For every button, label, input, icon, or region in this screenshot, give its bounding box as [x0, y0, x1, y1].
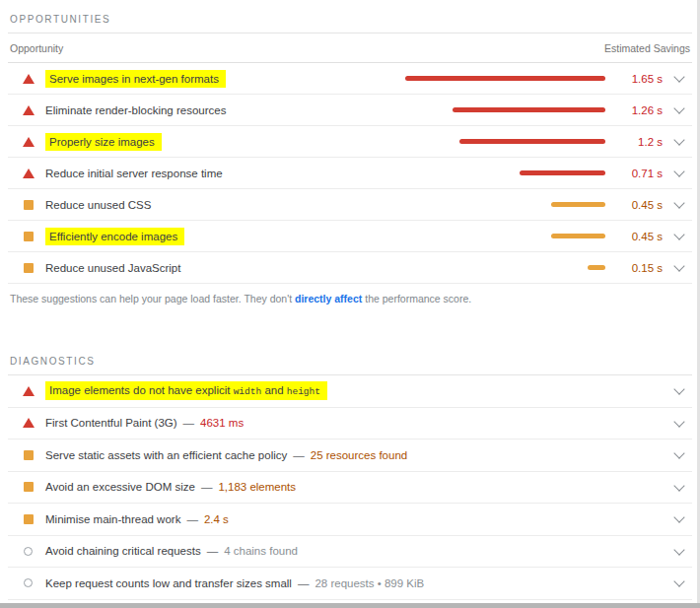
- opportunities-rows: Serve images in next-gen formats1.65 sEl…: [8, 63, 692, 284]
- warning-square-icon: [24, 232, 34, 241]
- severity-icon-cell: [22, 232, 35, 241]
- savings-value: 1.2 s: [615, 136, 663, 148]
- code-text: width: [234, 386, 262, 397]
- severity-icon-cell: [22, 418, 35, 428]
- savings-bar: [588, 265, 605, 270]
- title-text: and: [261, 384, 287, 396]
- em-dash-separator: —: [293, 449, 305, 461]
- savings-value: 0.45 s: [615, 231, 663, 242]
- chevron-down-icon[interactable]: [673, 544, 684, 555]
- diagnostic-value: 4 chains found: [224, 545, 298, 557]
- severity-icon-cell: [22, 169, 35, 178]
- diagnostic-value: 28 requests • 899 KiB: [315, 577, 424, 589]
- warning-square-icon: [24, 263, 34, 273]
- severity-icon-cell: [22, 386, 35, 396]
- warning-triangle-icon: [23, 386, 35, 396]
- em-dash-separator: —: [207, 545, 219, 557]
- severity-icon-cell: [22, 578, 35, 587]
- warning-triangle-icon: [23, 169, 35, 178]
- diagnostic-title: Image elements do not have explicit widt…: [45, 381, 327, 400]
- directly-affect-link[interactable]: directly affect: [295, 293, 362, 304]
- chevron-down-icon[interactable]: [673, 260, 684, 271]
- diagnostic-title: First Contentful Paint (3G): [45, 417, 177, 429]
- em-dash-separator: —: [298, 577, 310, 589]
- title-text: Avoid an excessive DOM size: [45, 481, 195, 493]
- savings-bar: [551, 234, 605, 238]
- chevron-down-icon[interactable]: [673, 71, 684, 82]
- diagnostic-value: 4631 ms: [200, 417, 244, 429]
- chevron-down-icon[interactable]: [673, 134, 684, 145]
- opportunity-label: Eliminate render-blocking resources: [45, 104, 226, 116]
- diagnostic-row[interactable]: First Contentful Paint (3G)—4631 ms: [8, 408, 692, 440]
- savings-bar: [459, 139, 605, 144]
- opportunity-label: Reduce unused CSS: [45, 199, 151, 211]
- warning-square-icon: [24, 200, 34, 210]
- diagnostic-row[interactable]: Avoid chaining critical requests—4 chain…: [8, 536, 692, 569]
- info-circle-icon: [24, 547, 33, 556]
- diagnostic-title: Minimise main-thread work: [45, 513, 180, 525]
- warning-triangle-icon: [23, 137, 35, 147]
- chevron-down-icon[interactable]: [673, 384, 684, 395]
- severity-icon-cell: [22, 482, 35, 492]
- opportunity-row[interactable]: Properly size images1.2 s: [8, 126, 692, 158]
- warning-triangle-icon: [23, 418, 35, 428]
- diagnostic-title: Avoid chaining critical requests: [45, 545, 201, 557]
- savings-value: 0.15 s: [615, 262, 663, 274]
- chevron-down-icon[interactable]: [673, 102, 684, 113]
- opportunity-row[interactable]: Reduce initial server response time0.71 …: [8, 158, 692, 189]
- savings-bar: [453, 107, 605, 112]
- opportunity-row[interactable]: Eliminate render-blocking resources1.26 …: [8, 95, 692, 126]
- window-bottom-edge: [0, 603, 700, 608]
- chevron-down-icon[interactable]: [673, 512, 684, 523]
- severity-icon-cell: [22, 450, 35, 460]
- diagnostics-section: DIAGNOSTICS Image elements do not have e…: [0, 342, 700, 608]
- opportunities-table-header: Opportunity Estimated Savings: [8, 34, 692, 63]
- opportunity-row[interactable]: Serve images in next-gen formats1.65 s: [8, 63, 692, 95]
- savings-value: 0.71 s: [615, 168, 663, 179]
- diagnostics-rows: Image elements do not have explicit widt…: [8, 375, 692, 608]
- diagnostic-row[interactable]: Serve static assets with an efficient ca…: [8, 439, 692, 472]
- opportunity-label: Reduce unused JavaScript: [45, 262, 180, 274]
- section-gap: [0, 304, 700, 342]
- opportunity-row[interactable]: Reduce unused JavaScript0.15 s: [8, 252, 692, 284]
- chevron-down-icon[interactable]: [673, 166, 684, 176]
- chevron-down-icon[interactable]: [673, 197, 684, 208]
- diagnostic-row[interactable]: Minimise main-thread work—2.4 s: [8, 504, 692, 536]
- savings-bar: [405, 76, 605, 81]
- chevron-down-icon[interactable]: [673, 448, 684, 459]
- em-dash-separator: —: [186, 513, 198, 525]
- title-text: Keep request counts low and transfer siz…: [45, 577, 292, 589]
- opportunities-footnote: These suggestions can help your page loa…: [8, 284, 692, 304]
- title-text: Image elements do not have explicit: [49, 384, 234, 396]
- chevron-down-icon[interactable]: [673, 416, 684, 427]
- diagnostic-row[interactable]: Keep request counts low and transfer siz…: [8, 568, 692, 600]
- chevron-down-icon[interactable]: [673, 229, 684, 239]
- code-text: height: [287, 386, 320, 397]
- diagnostic-row[interactable]: Image elements do not have explicit widt…: [8, 375, 692, 408]
- opportunity-row[interactable]: Efficiently encode images0.45 s: [8, 221, 692, 252]
- severity-icon-cell: [22, 137, 35, 147]
- diagnostic-title: Keep request counts low and transfer siz…: [45, 577, 292, 589]
- savings-value: 1.26 s: [615, 104, 663, 116]
- chevron-down-icon[interactable]: [673, 576, 684, 587]
- chevron-down-icon[interactable]: [673, 480, 684, 491]
- opportunity-label: Properly size images: [45, 133, 162, 151]
- severity-icon-cell: [22, 105, 35, 115]
- opportunities-section-title: OPPORTUNITIES: [8, 0, 692, 34]
- title-text: First Contentful Paint (3G): [45, 417, 177, 429]
- severity-icon-cell: [22, 547, 35, 556]
- opportunity-row[interactable]: Reduce unused CSS0.45 s: [8, 189, 692, 221]
- warning-square-icon: [24, 482, 34, 492]
- savings-value: 1.65 s: [615, 73, 663, 85]
- column-header-opportunity: Opportunity: [10, 42, 63, 54]
- savings-value: 0.45 s: [615, 199, 663, 211]
- diagnostic-value: 25 resources found: [311, 449, 407, 461]
- warning-triangle-icon: [23, 105, 35, 115]
- diagnostic-value: 1,183 elements: [218, 481, 296, 493]
- warning-square-icon: [24, 450, 34, 460]
- diagnostic-row[interactable]: Avoid an excessive DOM size—1,183 elemen…: [8, 472, 692, 505]
- diagnostic-value: 2.4 s: [204, 513, 229, 525]
- title-text: Minimise main-thread work: [45, 513, 180, 525]
- opportunity-label: Efficiently encode images: [45, 228, 184, 245]
- title-text: Avoid chaining critical requests: [45, 545, 201, 557]
